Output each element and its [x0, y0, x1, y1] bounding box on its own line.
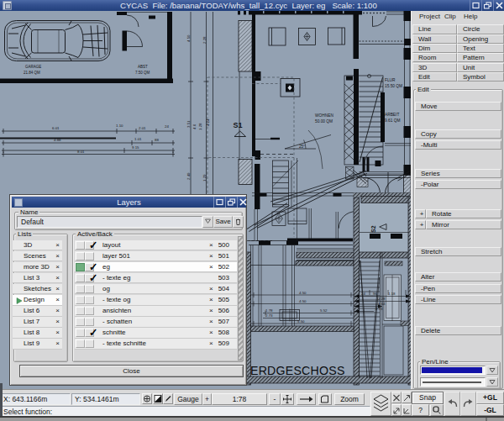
svg-text:50.00 QM: 50.00 QM — [315, 119, 333, 124]
svg-text:4.88: 4.88 — [54, 138, 61, 142]
svg-text:25°: 25° — [299, 145, 305, 149]
svg-text:FLUR: FLUR — [385, 78, 396, 82]
svg-text:4.50: 4.50 — [299, 291, 307, 295]
svg-text:6.01: 6.01 — [52, 126, 60, 130]
svg-text:1.29: 1.29 — [202, 174, 207, 182]
svg-text:2.28: 2.28 — [202, 36, 207, 44]
svg-text:2.01: 2.01 — [139, 126, 146, 130]
svg-text:1.01: 1.01 — [134, 137, 142, 141]
svg-text:ARBEIT: ARBEIT — [385, 113, 399, 117]
svg-text:9.61 QM: 9.61 QM — [385, 118, 400, 123]
svg-text:1.18: 1.18 — [388, 292, 396, 296]
svg-text:15.50 QM: 15.50 QM — [385, 84, 402, 88]
svg-text:2.49: 2.49 — [186, 172, 191, 180]
svg-text:24: 24 — [361, 292, 365, 296]
svg-text:2.73: 2.73 — [265, 313, 273, 318]
svg-text:4.24: 4.24 — [206, 118, 210, 126]
svg-text:5.50: 5.50 — [297, 319, 305, 324]
svg-text:S1: S1 — [234, 121, 243, 129]
svg-text:7.50 QM: 7.50 QM — [135, 71, 150, 75]
svg-text:ERDGESCHOSS: ERDGESCHOSS — [250, 364, 345, 377]
svg-text:1.10: 1.10 — [116, 124, 123, 128]
svg-text:1.64: 1.64 — [378, 302, 386, 306]
svg-text:24: 24 — [165, 124, 169, 129]
svg-text:88: 88 — [155, 138, 159, 142]
svg-text:WOHNEN: WOHNEN — [315, 113, 333, 118]
svg-text:2.28: 2.28 — [378, 297, 386, 301]
svg-text:3.51: 3.51 — [186, 120, 191, 128]
svg-text:5.52: 5.52 — [320, 308, 328, 313]
svg-text:9.15: 9.15 — [132, 145, 139, 150]
svg-text:1.78: 1.78 — [265, 308, 273, 313]
svg-text:8.01: 8.01 — [77, 150, 85, 154]
svg-text:2.73: 2.73 — [375, 307, 383, 311]
svg-text:21.84 QM: 21.84 QM — [24, 71, 40, 75]
svg-text:GARAGE: GARAGE — [25, 65, 41, 69]
svg-text:96: 96 — [373, 292, 377, 296]
svg-text:S2: S2 — [370, 225, 376, 233]
svg-text:4.50: 4.50 — [186, 34, 191, 42]
svg-text:1.28: 1.28 — [198, 123, 202, 130]
svg-text:ABST: ABST — [138, 65, 148, 69]
svg-text:4.6: 4.6 — [192, 124, 197, 129]
svg-text:4.50: 4.50 — [299, 299, 307, 303]
